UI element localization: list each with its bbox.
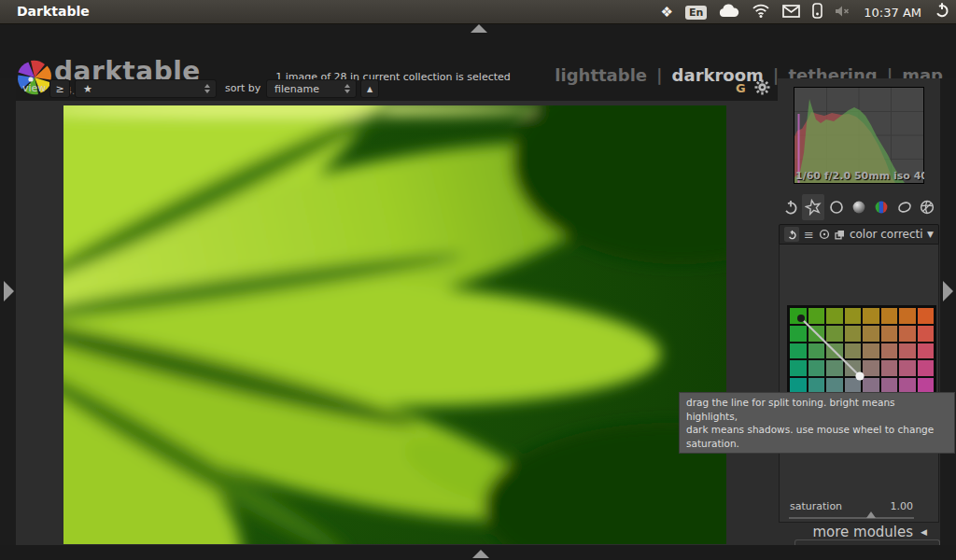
- expand-left-panel-arrow[interactable]: [4, 281, 14, 301]
- color-grid-cell[interactable]: [918, 360, 935, 376]
- system-bar: Darktable ❖ En: [0, 0, 956, 24]
- tooltip: drag the line for split toning. bright m…: [679, 392, 955, 454]
- color-grid-cell[interactable]: [918, 308, 935, 324]
- effect-group-icon[interactable]: [916, 194, 938, 220]
- device-battery-icon[interactable]: [812, 3, 822, 22]
- exif-info: 1/60 f/2.0 50mm iso 40: [795, 170, 924, 182]
- color-grid-cell[interactable]: [808, 326, 825, 342]
- more-modules-label: more modules: [812, 524, 913, 540]
- keyboard-layout-indicator[interactable]: En: [685, 6, 707, 20]
- color-grid-cell[interactable]: [881, 326, 898, 342]
- clock[interactable]: 10:37 AM: [864, 6, 921, 20]
- color-grid-cell[interactable]: [790, 343, 807, 359]
- tooltip-line: saturation.: [686, 437, 948, 451]
- color-grid-cell[interactable]: [808, 308, 825, 324]
- color-grid-cell[interactable]: [790, 308, 807, 324]
- left-panel-collapsed: [0, 78, 16, 545]
- color-grid-cell[interactable]: [845, 326, 862, 342]
- sort-by-label: sort by: [225, 82, 260, 94]
- module-groups-row: [780, 193, 938, 221]
- photo-image[interactable]: [63, 105, 726, 544]
- view-lighttable[interactable]: lighttable: [555, 65, 647, 85]
- system-tray: ❖ En: [660, 0, 950, 24]
- dropbox-icon[interactable]: ❖: [660, 6, 672, 20]
- color-grid-cell[interactable]: [863, 343, 879, 359]
- saturation-slider-handle[interactable]: [866, 511, 876, 518]
- presets-menu-icon[interactable]: ≡: [804, 229, 814, 241]
- tooltip-line: dark means shadows. use mouse wheel to c…: [686, 423, 948, 437]
- color-grid-cell[interactable]: [899, 360, 916, 376]
- sort-field-value: filename: [267, 83, 344, 95]
- filter-rating-dropdown[interactable]: ★: [75, 79, 217, 98]
- window-title: Darktable: [17, 4, 90, 19]
- right-edge-strip: [940, 78, 956, 545]
- color-grid-cell[interactable]: [863, 308, 879, 324]
- color-grid-cell[interactable]: [808, 343, 825, 359]
- color-grid-cell[interactable]: [863, 360, 879, 376]
- color-grid-cell[interactable]: [881, 308, 898, 324]
- color-grid-cell[interactable]: [826, 360, 843, 376]
- module-title[interactable]: color correctio: [850, 228, 922, 241]
- saturation-value: 1.00: [840, 500, 913, 512]
- overlays-gear-icon[interactable]: [754, 79, 770, 99]
- spinner-icon: [344, 84, 350, 93]
- color-grid-cell[interactable]: [881, 343, 898, 359]
- module-power-icon[interactable]: [784, 227, 799, 242]
- color-grid-cell[interactable]: [863, 326, 879, 342]
- color-grid-cell[interactable]: [899, 308, 916, 324]
- sort-field-dropdown[interactable]: filename: [266, 79, 357, 98]
- grouping-toggle[interactable]: G: [736, 81, 746, 95]
- color-grid-cell[interactable]: [918, 326, 935, 342]
- color-grid-cell[interactable]: [845, 343, 862, 359]
- star-icon: ★: [76, 83, 204, 95]
- sort-ascend-icon: ▲: [367, 85, 373, 93]
- saturation-label: saturation: [790, 500, 842, 512]
- reset-parameters-icon[interactable]: [819, 226, 830, 244]
- view-darkroom[interactable]: darkroom: [672, 65, 764, 85]
- show-active-modules-icon[interactable]: [780, 194, 802, 220]
- basic-group-icon[interactable]: [825, 194, 848, 220]
- session-gear-icon[interactable]: [934, 2, 950, 22]
- color-grid-cell[interactable]: [826, 308, 843, 324]
- color-grid-cell[interactable]: [845, 308, 862, 324]
- color-grid-cell[interactable]: [918, 343, 935, 359]
- color-grid-cell[interactable]: [790, 326, 807, 342]
- wifi-icon[interactable]: [752, 4, 770, 21]
- correct-group-icon[interactable]: [893, 194, 916, 220]
- nav-separator: |: [656, 65, 663, 85]
- color-grid-cell[interactable]: [881, 360, 898, 376]
- tooltip-line: drag the line for split toning. bright m…: [686, 396, 948, 423]
- multi-instance-icon[interactable]: [835, 226, 845, 244]
- color-grid-cell[interactable]: [899, 343, 916, 359]
- sort-direction-button[interactable]: ▲: [360, 79, 379, 98]
- range-operator-glyph: ≥: [55, 83, 63, 95]
- color-grid-cell[interactable]: [826, 343, 843, 359]
- color-group-icon[interactable]: [870, 194, 893, 220]
- saturation-slider[interactable]: [789, 517, 914, 519]
- favorite-modules-icon[interactable]: [802, 194, 824, 220]
- cloud-icon[interactable]: [719, 4, 739, 21]
- color-grid-cell[interactable]: [899, 326, 916, 342]
- collapse-left-icon: ◀: [921, 527, 927, 537]
- volume-muted-icon[interactable]: [835, 4, 851, 21]
- tone-group-icon[interactable]: [848, 194, 870, 220]
- color-grid-cell[interactable]: [790, 360, 807, 376]
- color-grid-cell[interactable]: [845, 360, 862, 376]
- color-grid-cell[interactable]: [826, 326, 843, 342]
- color-correction-module-header: ≡ color correctio ▼: [779, 224, 939, 245]
- collapse-top-panel-arrow[interactable]: [471, 24, 487, 33]
- range-operator-button[interactable]: ≥: [49, 79, 70, 98]
- expand-bottom-panel-arrow[interactable]: [472, 550, 489, 558]
- collapse-right-panel-arrow[interactable]: [943, 281, 953, 301]
- spinner-icon: [204, 84, 210, 93]
- view-label: view: [22, 82, 46, 94]
- module-expand-icon[interactable]: ▼: [927, 230, 934, 239]
- color-grid-cell[interactable]: [808, 360, 825, 376]
- mail-icon[interactable]: [782, 4, 800, 21]
